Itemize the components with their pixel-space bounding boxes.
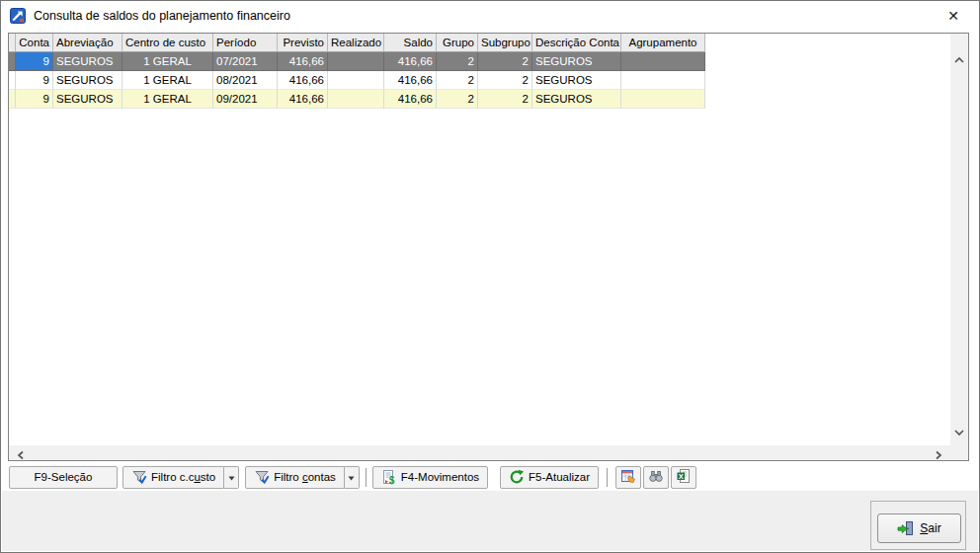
button-label: F4-Movimentos — [401, 471, 479, 483]
grid-cell-grupo[interactable]: 2 — [437, 90, 478, 109]
grid-cell-abreviacao[interactable]: SEGUROS — [53, 90, 122, 109]
grid-cell-conta[interactable]: 9 — [16, 52, 53, 71]
f4-movimentos-button[interactable]: $ F4-Movimentos — [372, 466, 488, 489]
row-indicator[interactable] — [9, 90, 16, 109]
column-header-grupo[interactable]: Grupo — [437, 34, 478, 52]
grid-hand-icon — [620, 468, 636, 486]
table-row[interactable]: 9SEGUROS1 GERAL08/2021416,66416,6622SEGU… — [9, 71, 705, 90]
grid-cell-descricao[interactable]: SEGUROS — [532, 90, 621, 109]
grid-cell-saldo[interactable]: 416,66 — [384, 90, 437, 109]
filter-icon — [254, 469, 270, 485]
grid-cell-saldo[interactable]: 416,66 — [384, 52, 437, 71]
filter-icon — [131, 469, 147, 485]
grid-hand-button[interactable] — [615, 466, 641, 489]
grid-cell-descricao[interactable]: SEGUROS — [532, 52, 621, 71]
grid-rows: 9SEGUROS1 GERAL07/2021416,66416,6622SEGU… — [9, 52, 705, 109]
indicator-column-header — [9, 34, 16, 52]
horizontal-scrollbar[interactable] — [9, 445, 950, 460]
grid-cell-abreviacao[interactable]: SEGUROS — [53, 52, 122, 71]
grid-cell-conta[interactable]: 9 — [16, 71, 53, 90]
grid-cell-agrupamento[interactable] — [621, 52, 705, 71]
toolbar: F9-Seleção Filtro c.custo — [8, 464, 972, 490]
grid-cell-previsto[interactable]: 416,66 — [278, 90, 328, 109]
excel-export-button[interactable]: X — [671, 466, 696, 489]
grid-cell-abreviacao[interactable]: SEGUROS — [53, 71, 122, 90]
grid-cell-periodo[interactable]: 07/2021 — [213, 52, 278, 71]
grid-cell-periodo[interactable]: 08/2021 — [213, 71, 278, 90]
grid-cell-grupo[interactable]: 2 — [437, 71, 478, 90]
grid-cell-realizado[interactable] — [328, 71, 384, 90]
app-icon — [10, 8, 26, 24]
toolbar-separator — [607, 468, 608, 487]
grid-cell-saldo[interactable]: 416,66 — [384, 71, 437, 90]
data-grid: ContaAbreviaçãoCentro de custoPeríodoPre… — [9, 34, 705, 109]
column-header-conta[interactable]: Conta — [16, 34, 53, 52]
scroll-left-icon[interactable] — [17, 449, 25, 461]
grid-cell-conta[interactable]: 9 — [16, 90, 53, 109]
filtro-contas-button[interactable]: Filtro contas — [245, 466, 345, 489]
binoculars-icon — [648, 468, 664, 486]
dropdown-arrow-icon — [228, 471, 235, 483]
svg-text:$: $ — [389, 475, 395, 485]
filtro-ccusto-dropdown[interactable] — [224, 466, 239, 489]
app-window: Consulta de saldos do planejamento finan… — [0, 0, 980, 553]
row-indicator[interactable] — [9, 52, 16, 71]
column-header-saldo[interactable]: Saldo — [384, 34, 437, 52]
close-icon[interactable]: ✕ — [940, 5, 966, 27]
column-header-centro[interactable]: Centro de custo — [122, 34, 213, 52]
grid-cell-grupo[interactable]: 2 — [437, 52, 478, 71]
grid-cell-centro[interactable]: 1 GERAL — [122, 90, 213, 109]
grid-panel: ContaAbreviaçãoCentro de custoPeríodoPre… — [8, 33, 969, 461]
filtro-ccusto-group: Filtro c.custo — [122, 466, 239, 489]
button-label: F9-Seleção — [35, 471, 93, 483]
column-header-descricao[interactable]: Descrição Conta — [532, 34, 621, 52]
grid-cell-realizado[interactable] — [328, 90, 384, 109]
grid-cell-centro[interactable]: 1 GERAL — [122, 52, 213, 71]
vertical-scrollbar[interactable] — [950, 34, 968, 445]
grid-cell-realizado[interactable] — [328, 52, 384, 71]
scrollbar-corner — [950, 445, 968, 460]
filtro-contas-group: Filtro contas — [245, 466, 360, 489]
filtro-ccusto-button[interactable]: Filtro c.custo — [122, 466, 224, 489]
column-header-agrupamento[interactable]: Agrupamento — [621, 34, 705, 52]
grid-cell-previsto[interactable]: 416,66 — [278, 52, 328, 71]
sair-button[interactable]: Sair — [877, 514, 961, 543]
grid-cell-agrupamento[interactable] — [621, 71, 705, 90]
table-row[interactable]: 9SEGUROS1 GERAL09/2021416,66416,6622SEGU… — [9, 90, 705, 109]
grid-cell-centro[interactable]: 1 GERAL — [122, 71, 213, 90]
column-header-previsto[interactable]: Previsto — [278, 34, 328, 52]
svg-text:X: X — [679, 472, 684, 481]
window-title: Consulta de saldos do planejamento finan… — [34, 9, 290, 23]
filtro-contas-dropdown[interactable] — [345, 466, 360, 489]
grid-header-row: ContaAbreviaçãoCentro de custoPeríodoPre… — [9, 34, 705, 52]
title-bar: Consulta de saldos do planejamento finan… — [1, 1, 979, 31]
grid-cell-agrupamento[interactable] — [621, 90, 705, 109]
button-label: Filtro c.custo — [151, 471, 215, 483]
exit-panel: Sair — [870, 501, 966, 550]
button-label: Sair — [920, 521, 940, 535]
grid-cell-previsto[interactable]: 416,66 — [278, 71, 328, 90]
column-header-subgrupo[interactable]: Subgrupo — [478, 34, 532, 52]
refresh-icon — [509, 469, 525, 485]
scroll-up-icon[interactable] — [953, 53, 965, 67]
grid-cell-subgrupo[interactable]: 2 — [478, 90, 532, 109]
grid-cell-subgrupo[interactable]: 2 — [478, 71, 532, 90]
dropdown-arrow-icon — [348, 471, 355, 483]
table-row[interactable]: 9SEGUROS1 GERAL07/2021416,66416,6622SEGU… — [9, 52, 705, 71]
grid-cell-descricao[interactable]: SEGUROS — [532, 71, 621, 90]
f5-atualizar-button[interactable]: F5-Atualizar — [500, 466, 599, 489]
scroll-down-icon[interactable] — [953, 426, 965, 439]
row-indicator[interactable] — [9, 71, 16, 90]
document-dollar-icon: $ — [381, 469, 397, 485]
grid-cell-periodo[interactable]: 09/2021 — [213, 90, 278, 109]
search-button[interactable] — [643, 466, 669, 489]
grid-cell-subgrupo[interactable]: 2 — [478, 52, 532, 71]
footer-panel: Sair — [2, 491, 978, 551]
scroll-right-icon[interactable] — [935, 449, 942, 461]
column-header-abreviacao[interactable]: Abreviação — [53, 34, 122, 52]
button-label: Filtro contas — [274, 471, 336, 483]
column-header-periodo[interactable]: Período — [213, 34, 278, 52]
column-header-realizado[interactable]: Realizado — [328, 34, 384, 52]
toolbar-separator — [366, 468, 367, 487]
f9-selecao-button[interactable]: F9-Seleção — [9, 466, 118, 489]
